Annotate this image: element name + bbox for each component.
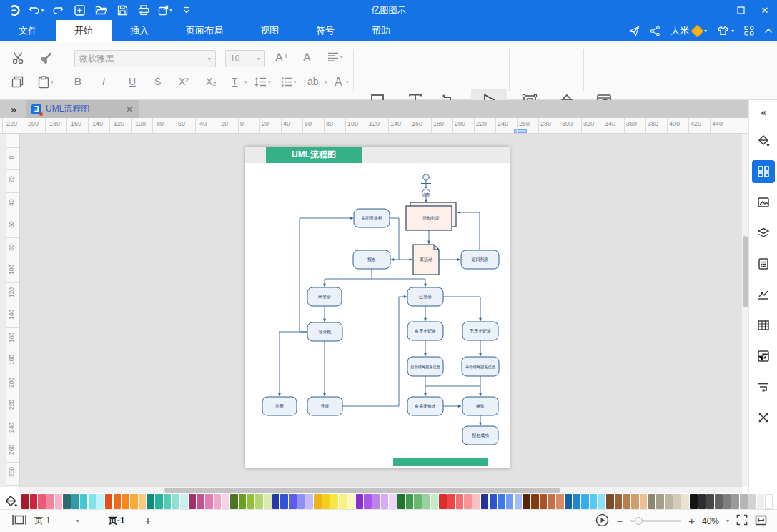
align-button[interactable]: ▾ [327,52,343,61]
customize-toolbar-icon[interactable] [177,2,196,18]
menu-tab-符号[interactable]: 符号 [297,20,353,41]
node-auto-fill-label[interactable]: 自动填写报名信息 [410,365,440,370]
text-style-dropdown-icon[interactable]: ▾ [244,79,247,85]
format-painter-icon[interactable] [39,51,54,64]
color-swatch[interactable] [690,494,698,509]
color-swatch[interactable] [706,494,714,509]
node-confirm-label[interactable]: 确认 [476,404,485,408]
page-tab[interactable]: 页-1 [109,515,125,527]
undo-dropdown-icon[interactable]: ▾ [41,7,44,14]
vertical-ruler[interactable]: 0204060801001201401601802002202402602803… [6,134,20,487]
apps-grid-icon[interactable] [744,26,754,36]
color-swatch[interactable] [673,494,681,509]
print-button[interactable] [134,2,153,18]
color-swatch[interactable] [506,494,514,509]
color-swatch[interactable] [406,494,414,509]
font-color-button[interactable]: A [335,76,342,89]
color-swatch[interactable] [372,494,380,509]
connector-arrowhead[interactable] [427,241,430,244]
color-swatch[interactable] [565,494,573,509]
text-style-button[interactable]: T [232,76,238,87]
color-swatch[interactable] [55,494,63,509]
color-swatch[interactable] [464,494,472,509]
color-swatch[interactable] [80,494,88,509]
color-swatch[interactable] [681,494,689,509]
vertical-scrollbar-thumb[interactable] [743,236,748,307]
font-name-dropdown-icon[interactable]: ▾ [208,56,211,62]
color-swatch[interactable] [364,494,372,509]
table-icon[interactable] [752,314,775,337]
node-has-history-label[interactable]: 有历史记录 [414,328,436,334]
collapse-sidebar-icon[interactable]: « [761,103,766,122]
menu-tab-插入[interactable]: 插入 [112,20,167,41]
bold-button[interactable]: B [74,76,81,87]
connector-arrowhead[interactable] [457,211,460,214]
zoom-in-button[interactable]: + [688,515,695,527]
connector-arrowhead[interactable] [479,353,482,356]
increase-font-button[interactable]: A⁺ [275,51,289,64]
connector-arrowhead[interactable] [479,393,482,396]
export-button[interactable]: ▾ [156,2,174,18]
zoom-out-button[interactable]: − [616,515,623,527]
redo-button[interactable] [49,2,67,18]
color-swatch[interactable] [598,494,605,509]
connector-arrowhead[interactable] [425,200,427,202]
color-swatch[interactable] [581,494,589,509]
color-swatch[interactable] [172,494,179,509]
menu-tab-页面布局[interactable]: 页面布局 [167,20,242,41]
actor-label[interactable]: 访客 [422,192,431,197]
strikethrough-button[interactable]: S [154,76,161,87]
horizontal-scrollbar-thumb[interactable] [164,488,560,493]
node-success-label[interactable]: 报名成功 [471,433,489,438]
color-swatch[interactable] [322,494,330,509]
color-swatch[interactable] [139,494,147,509]
bullet-list-button[interactable]: ▾ [282,77,297,87]
color-swatch[interactable] [723,494,731,509]
color-swatch[interactable] [30,494,38,509]
node-close-login-label[interactable]: 关闭登录框 [361,215,382,221]
color-swatch[interactable] [289,494,297,509]
menu-tab-文件[interactable]: 文件 [0,20,56,41]
collapse-ribbon-icon[interactable] [764,28,773,34]
page-select-dropdown[interactable]: 页-1 ▾ [34,515,79,527]
connector-line[interactable] [390,218,399,260]
color-swatch[interactable] [640,494,648,509]
line-spacing-button[interactable]: ▾ [254,77,271,87]
underline-button[interactable]: U [129,76,136,87]
actor-figure[interactable] [421,174,431,192]
copy-icon[interactable] [11,76,24,88]
color-swatch[interactable] [89,494,96,509]
connector-arrowhead[interactable] [404,295,407,298]
color-swatch[interactable] [230,494,238,509]
horizontal-ruler[interactable]: -220-200-180-160-140-120-100-80-60-40-20… [0,118,748,134]
substitute-shape-icon[interactable] [752,345,775,368]
color-swatch[interactable] [573,494,580,509]
insert-image-icon[interactable] [752,191,775,214]
connector-arrowhead[interactable] [323,393,326,396]
connector-arrowhead[interactable] [410,258,412,261]
color-swatch[interactable] [122,494,129,509]
layers-icon[interactable] [752,222,775,245]
collapsed-left-panel[interactable] [0,134,6,487]
connector-arrowhead[interactable] [424,393,427,396]
color-swatch[interactable] [648,494,656,509]
color-swatch[interactable] [439,494,447,509]
color-swatch[interactable] [247,494,255,509]
color-swatch[interactable] [147,494,154,509]
font-color-dropdown-icon[interactable]: ▾ [346,79,349,85]
menu-tab-开始[interactable]: 开始 [56,20,112,41]
color-swatch[interactable] [631,494,639,509]
char-spacing-dropdown-icon[interactable]: ▾ [325,79,327,85]
save-button[interactable] [113,2,132,18]
color-swatch[interactable] [46,494,54,509]
color-swatch[interactable] [381,494,389,509]
publish-icon[interactable] [628,26,640,36]
color-swatch[interactable] [155,494,163,509]
zoom-dropdown-icon[interactable]: ▾ [726,518,729,524]
drawing-canvas[interactable]: UML流程图 访客关闭登录框活动列表报名某活动返回列表未登录已登录登录框有历史记… [20,134,742,487]
color-swatch[interactable] [63,494,71,509]
color-swatch[interactable] [71,494,79,509]
subscript-button[interactable]: X₂ [206,76,217,87]
color-swatch[interactable] [330,494,338,509]
color-swatch[interactable] [531,494,539,509]
